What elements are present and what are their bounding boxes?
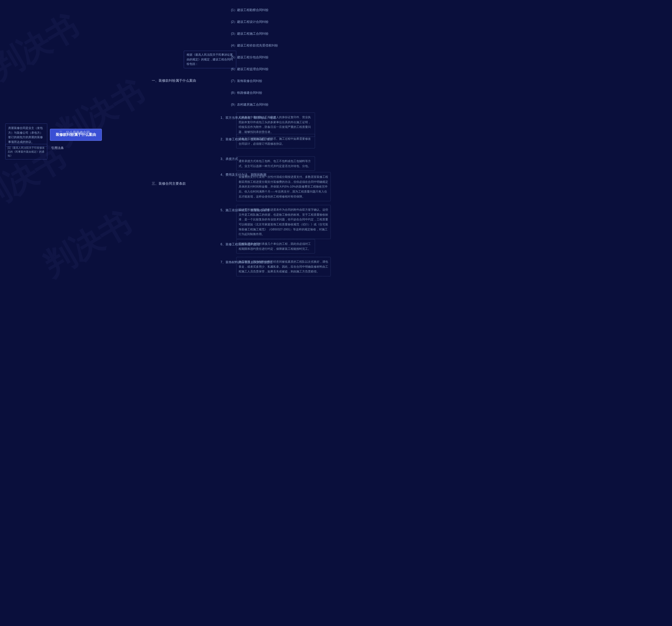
section1-item-3: (3）建设工程施工合同纠纷 [231,31,278,36]
watermark: 判决书 [48,71,151,156]
section3-item3-desc: 通常承揽方式有包工包料、包工不包料或包工包辅料等方式。业主可以选择一种方式并约定… [229,156,315,171]
section1-items: (1）建设工程勘察合同纠纷 (2）建设工程设计合同纠纷 (3）建设工程施工合同纠… [231,8,278,107]
section3-item2-desc: 该条款应对照施工图力求详尽。施工过程中如果需要修改合同设计，必须签订书面修改协议… [229,134,315,148]
section1-item-7: (7）装饰装修合同纠纷 [231,79,278,83]
section3-item6-desc: 工程队通常会同时承接几个单位的工程，因此你必须对工程期限和违约责任进行约定，保障… [229,239,315,254]
law-ref-box: [1]《最高人民法院关于印发修改后的《民事案件案由规定》的通知》 [5,144,47,159]
section2-desc: 房屋装修合同是业主（发包方）与装修公司（承包方）签订的就包方的房屋的装修事项而达… [5,123,47,146]
section3-item7-desc: 施工期间，装饰材料会再不经意间被低素质的工程队以次劣换好，调包拿走，或者买多用少… [229,257,331,276]
section3-item1-desc: 此项条款中最好附上工程承揽人的身份证复印件、营业执照副本复印件或包工头的多家单位… [229,112,315,137]
section3-item4-desc: 装修费的支付可采用一次性付清或分期按进度支付。多数居室装修工程都采用按工程进度分… [229,172,331,201]
watermark: 判决书 [0,5,86,90]
section3-item5-desc: 设计图和效果图、工序和进度表作为合同的附件由双方签字确认。这些文件是工程队施工的… [229,205,331,239]
section1-item-1: (1）建设工程勘察合同纠纷 [231,8,278,13]
section1-item-8: (8）铁路修建合同纠纷 [231,91,278,95]
section1-item-2: (2）建设工程设计合同纠纷 [231,20,278,24]
section1-intro: 根据《最高人民法院关于民事诉讼案由的规定》的规定，建设工程合同纠纷包括： [184,51,236,68]
section1-label: 一、装修款纠纷属于什么案由 [152,78,196,83]
watermark: 判决书 [35,203,138,287]
section3-label: 三、装修合同主要条款 [152,181,186,186]
section1-item-4: (4）建设工程价款优先受偿权纠纷 [231,43,278,48]
law-label: 引用法条 [51,146,64,150]
section1-item-5: (5）建设工程分包合同纠纷 [231,55,278,60]
section1-item-6: (6）建设工程监理合同纠纷 [231,67,278,71]
section2-label: 二、什么是装修合同 [59,130,90,135]
section1-item-9: (9）农村建房施工合同纠纷 [231,102,278,107]
